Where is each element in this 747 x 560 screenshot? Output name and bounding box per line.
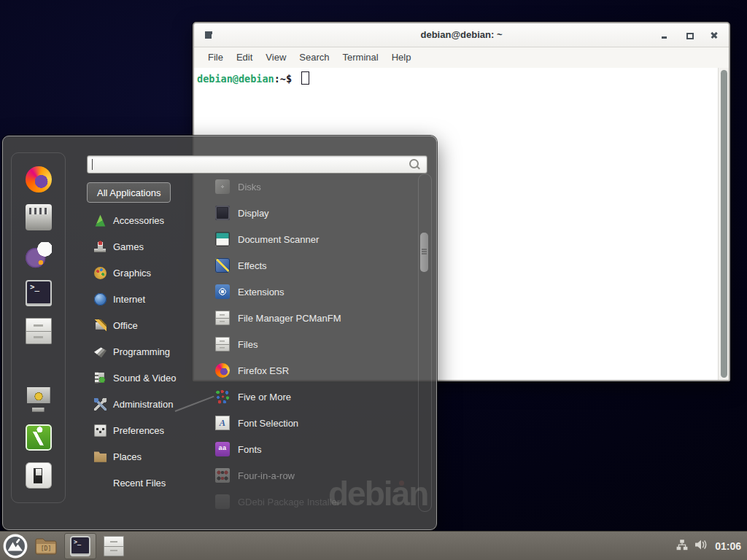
application-item[interactable]: Document Scanner — [209, 226, 417, 252]
search-icon — [409, 159, 419, 168]
search-box[interactable] — [87, 155, 427, 174]
fontsel-icon — [215, 416, 230, 430]
category-item[interactable]: Sound & Video — [82, 365, 205, 391]
application-item[interactable]: Five or More — [209, 384, 417, 410]
files-icon — [215, 337, 230, 351]
category-item[interactable]: Office — [82, 312, 205, 338]
minimize-button[interactable] — [656, 26, 673, 44]
menubar-item[interactable]: Terminal — [336, 47, 385, 68]
terminal-icon — [70, 536, 90, 556]
desktop: { "desktop": { "watermark": "debian" }, … — [0, 0, 747, 560]
favorites-panel — [11, 152, 66, 503]
terminal-scrollbar[interactable] — [718, 68, 729, 380]
menubar-item[interactable]: View — [259, 47, 293, 68]
firefox-icon — [215, 363, 230, 378]
extensions-icon — [215, 284, 230, 299]
programming-icon — [94, 346, 107, 358]
audio-mixer-launcher-icon[interactable] — [26, 204, 52, 230]
category-item[interactable]: Accessories — [82, 207, 205, 233]
prompt-path: :~$ — [274, 73, 292, 85]
category-item[interactable]: All Applications — [87, 182, 171, 203]
fourinarow-icon — [215, 468, 230, 483]
application-item[interactable]: Fonts — [209, 436, 417, 462]
shutdown-icon[interactable] — [26, 462, 52, 489]
pidgin-launcher-icon[interactable] — [26, 242, 52, 268]
accessories-icon — [94, 214, 107, 227]
taskbar-terminal-button[interactable] — [64, 533, 96, 559]
office-icon — [94, 319, 107, 332]
category-item[interactable]: Recent Files — [82, 470, 205, 496]
category-item[interactable]: Administration — [82, 391, 205, 417]
application-menu: All Applications Accessories Games Graph… — [2, 136, 437, 530]
application-list: Disks Display Document Scanner Effects E… — [209, 174, 417, 515]
search-input[interactable] — [91, 158, 405, 171]
category-item[interactable]: Internet — [82, 286, 205, 312]
application-item[interactable]: Firefox ESR — [209, 357, 417, 384]
show-desktop-button[interactable]: [D] — [35, 537, 57, 556]
menu-logo-icon — [3, 534, 28, 559]
terminal-menubar: FileEditViewSearchTerminalHelp — [194, 47, 729, 69]
volume-icon[interactable] — [694, 539, 708, 553]
graphics-icon — [94, 267, 107, 279]
lock-screen-icon[interactable] — [26, 386, 52, 413]
taskbar-file-manager-button[interactable] — [104, 536, 124, 556]
application-item[interactable]: Font Selection — [209, 410, 417, 436]
terminal-launcher-icon[interactable] — [26, 280, 52, 306]
application-item[interactable]: Effects — [209, 252, 417, 279]
fonts-icon — [215, 442, 230, 456]
application-item[interactable]: File Manager PCManFM — [209, 305, 417, 331]
admin-icon — [94, 398, 107, 411]
svg-text:[D]: [D] — [41, 545, 51, 552]
menubar-item[interactable]: Help — [385, 47, 418, 68]
application-item[interactable]: Files — [209, 331, 417, 357]
application-item[interactable]: GDebi Package Installer — [209, 489, 417, 515]
network-icon[interactable] — [676, 539, 688, 553]
fiveormore-icon — [215, 389, 230, 404]
gdebi-icon — [215, 494, 230, 509]
close-button[interactable] — [705, 26, 723, 44]
category-item[interactable]: Games — [82, 233, 205, 260]
places-icon — [94, 451, 107, 463]
terminal-cursor — [301, 71, 309, 85]
menubar-item[interactable]: Search — [293, 47, 336, 68]
prompt-user: debian@debian — [197, 73, 274, 85]
internet-icon — [94, 293, 107, 306]
shell-prompt: debian@debian:~$ — [197, 71, 309, 85]
maximize-button[interactable] — [681, 26, 698, 44]
application-item[interactable]: Display — [209, 200, 417, 226]
scanner-icon — [215, 232, 230, 246]
app-list-scrollbar[interactable] — [418, 174, 432, 512]
menubar-item[interactable]: File — [201, 47, 230, 68]
application-item[interactable]: Extensions — [209, 279, 417, 305]
terminal-scrollbar-thumb[interactable] — [721, 70, 727, 378]
menubar-item[interactable]: Edit — [230, 47, 259, 68]
category-item[interactable]: Places — [82, 443, 205, 470]
category-list: All Applications Accessories Games Graph… — [82, 182, 205, 496]
category-item[interactable]: Graphics — [82, 260, 205, 286]
disks-icon — [215, 179, 230, 194]
folder-icon: [D] — [35, 537, 57, 556]
terminal-titlebar[interactable]: debian@debian: ~ — [194, 23, 729, 47]
category-item[interactable]: Preferences — [82, 417, 205, 443]
effects-icon — [215, 258, 230, 273]
display-icon — [215, 206, 230, 220]
app-list-scrollbar-thumb[interactable] — [420, 233, 428, 272]
taskbar: [D] 01:06 — [0, 531, 747, 560]
file-manager-launcher-icon[interactable] — [26, 318, 52, 344]
soundvideo-icon — [94, 372, 107, 384]
category-item[interactable]: Programming — [82, 338, 205, 365]
clock[interactable]: 01:06 — [715, 540, 741, 552]
application-item[interactable]: Disks — [209, 174, 417, 200]
firefox-launcher-icon[interactable] — [26, 166, 52, 192]
file-cabinet-icon — [104, 536, 124, 556]
logout-icon[interactable] — [26, 424, 52, 451]
application-item[interactable]: Four-in-a-row — [209, 462, 417, 489]
menu-button[interactable] — [3, 534, 28, 559]
pcmanfm-icon — [215, 311, 230, 325]
preferences-icon — [94, 424, 107, 437]
window-title: debian@debian: ~ — [194, 23, 729, 47]
games-icon — [94, 241, 107, 253]
